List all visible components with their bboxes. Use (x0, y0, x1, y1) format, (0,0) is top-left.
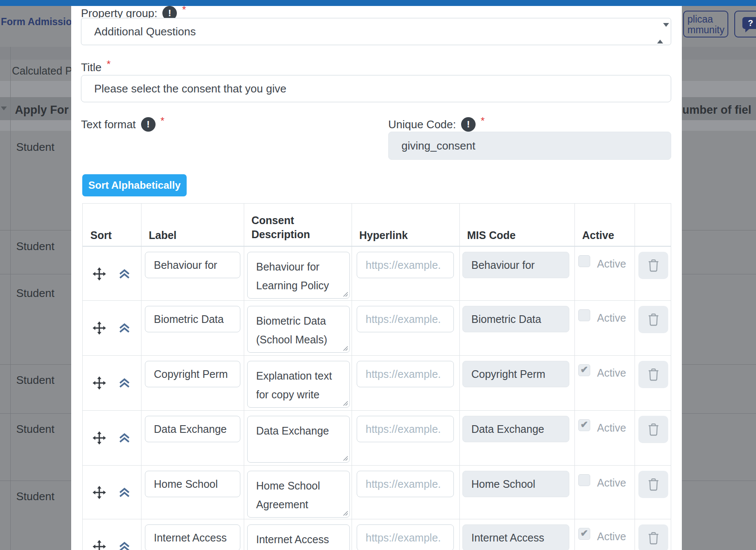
active-checkbox-label: Active (597, 530, 626, 543)
header-label: Label (149, 229, 176, 242)
move-handle-icon[interactable] (92, 267, 107, 281)
top-accent-bar (0, 0, 756, 6)
active-checkbox[interactable]: ✔ (578, 309, 590, 321)
label-input[interactable] (145, 471, 240, 497)
svg-text:?: ? (748, 18, 753, 28)
label-input[interactable] (145, 416, 240, 442)
mis-code-input[interactable] (462, 361, 569, 387)
consent-description-textarea[interactable]: Explanation text for copy write (247, 361, 350, 408)
active-checkbox-label: Active (597, 422, 626, 434)
header-consent-description: Consent Description (251, 213, 337, 242)
move-handle-icon[interactable] (92, 431, 107, 445)
resize-handle-icon[interactable] (342, 291, 348, 297)
hyperlink-input[interactable] (357, 416, 454, 442)
label-input[interactable] (145, 306, 240, 332)
resize-handle-icon[interactable] (342, 345, 348, 351)
info-icon[interactable]: ! (141, 117, 156, 132)
bg-row-student: Student (16, 490, 55, 503)
consent-description-text: Internet Access (256, 533, 329, 545)
required-asterisk: * (481, 115, 485, 127)
hyperlink-input[interactable] (357, 306, 454, 332)
move-handle-icon[interactable] (92, 321, 107, 335)
consent-description-textarea[interactable]: Internet Access (247, 524, 350, 550)
sort-caret-icon (1, 107, 7, 110)
resize-handle-icon[interactable] (342, 400, 348, 406)
help-button[interactable]: ? (734, 11, 756, 37)
consent-options-table: Sort Label Consent Description Hyperlink… (82, 203, 671, 550)
label-input[interactable] (145, 361, 240, 387)
unique-code-label-row: Unique Code: ! * (388, 117, 485, 132)
move-to-top-icon[interactable] (118, 377, 131, 389)
mis-code-input[interactable] (462, 306, 569, 332)
title-input[interactable] (81, 75, 671, 102)
move-to-top-icon[interactable] (118, 268, 131, 280)
mis-code-input[interactable] (462, 471, 569, 497)
trash-icon (648, 478, 659, 492)
consent-table-row: Internet Access ✔ Active (83, 519, 671, 550)
label-input[interactable] (145, 252, 240, 278)
delete-row-button[interactable] (638, 252, 668, 279)
unique-code-input[interactable] (388, 132, 671, 160)
check-icon: ✔ (580, 364, 588, 375)
check-icon: ✔ (580, 419, 588, 430)
move-handle-icon[interactable] (92, 539, 107, 550)
consent-description-textarea[interactable]: Data Exchange (247, 416, 350, 463)
trash-icon (648, 313, 659, 327)
bg-row-student: Student (16, 240, 55, 253)
move-to-top-icon[interactable] (118, 486, 131, 499)
question-bubble-icon: ? (742, 17, 756, 33)
consent-description-text: Biometric Data (School Meals) (256, 315, 327, 346)
sort-alphabetically-button[interactable]: Sort Alphabetically (82, 174, 187, 196)
active-checkbox[interactable]: ✔ (578, 528, 590, 540)
hyperlink-input[interactable] (357, 252, 454, 278)
consent-description-text: Explanation text for copy write (256, 370, 332, 400)
consent-description-textarea[interactable]: Behaviour for Learning Policy (247, 252, 350, 299)
move-handle-icon[interactable] (92, 485, 107, 500)
mis-code-input[interactable] (462, 252, 569, 278)
mis-code-input[interactable] (462, 416, 569, 442)
edit-consent-question-modal: Property group: ! * Additional Questions… (71, 6, 682, 550)
delete-row-button[interactable] (638, 524, 668, 550)
move-to-top-icon[interactable] (118, 540, 131, 550)
label-input[interactable] (145, 524, 240, 550)
active-checkbox[interactable]: ✔ (578, 419, 590, 431)
resize-handle-icon[interactable] (342, 455, 348, 461)
bg-section-label: Calculated P (12, 65, 72, 77)
hyperlink-input[interactable] (357, 524, 454, 550)
consent-table-row: Biometric Data (School Meals) ✔ Active (83, 300, 671, 355)
move-handle-icon[interactable] (92, 376, 107, 390)
bg-column-divider (10, 47, 11, 550)
title-label-row: Title * (81, 61, 111, 74)
delete-row-button[interactable] (638, 416, 668, 443)
move-to-top-icon[interactable] (118, 322, 131, 334)
resize-handle-icon[interactable] (342, 510, 348, 516)
mis-code-input[interactable] (462, 524, 569, 550)
required-asterisk: * (107, 58, 110, 70)
hyperlink-input[interactable] (357, 361, 454, 387)
applicaa-community-button[interactable]: plicaa mmunity (683, 11, 728, 37)
active-checkbox-label: Active (597, 258, 626, 270)
info-glyph: ! (467, 119, 470, 130)
consent-description-text: Home School Agreement (256, 480, 320, 510)
delete-row-button[interactable] (638, 306, 668, 333)
select-spinner-icon (657, 27, 663, 37)
hyperlink-input[interactable] (357, 471, 454, 497)
consent-description-textarea[interactable]: Home School Agreement (247, 471, 350, 518)
consent-table-row: Behaviour for Learning Policy ✔ Active (83, 246, 671, 300)
consent-description-textarea[interactable]: Biometric Data (School Meals) (247, 306, 350, 353)
trash-icon (648, 423, 659, 437)
consent-table-row: Home School Agreement ✔ Active (83, 465, 671, 519)
info-icon[interactable]: ! (461, 117, 476, 132)
bg-row-student: Student (16, 287, 55, 300)
bg-row-student: Student (16, 374, 55, 387)
delete-row-button[interactable] (638, 471, 668, 498)
unique-code-label: Unique Code: (388, 118, 456, 131)
active-checkbox[interactable]: ✔ (578, 364, 590, 376)
property-group-select[interactable]: Additional Questions (81, 18, 671, 45)
active-checkbox[interactable]: ✔ (578, 474, 590, 486)
delete-row-button[interactable] (638, 361, 668, 388)
bg-column-header-number-of-fields: umber of fiel (682, 104, 751, 117)
active-checkbox[interactable]: ✔ (578, 255, 590, 267)
property-group-selected-value: Additional Questions (94, 25, 196, 38)
move-to-top-icon[interactable] (118, 432, 131, 444)
